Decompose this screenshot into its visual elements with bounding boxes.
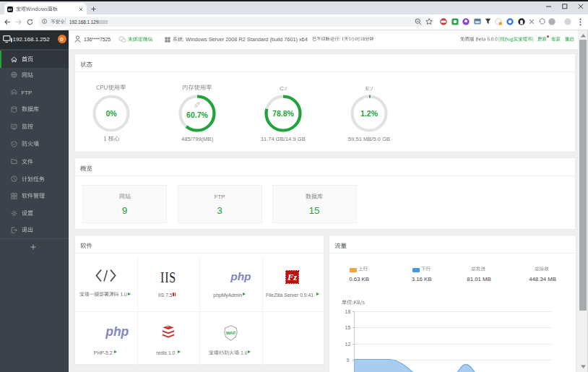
svg-text:Fz: Fz bbox=[287, 272, 297, 282]
svg-text:WAF: WAF bbox=[225, 330, 235, 335]
